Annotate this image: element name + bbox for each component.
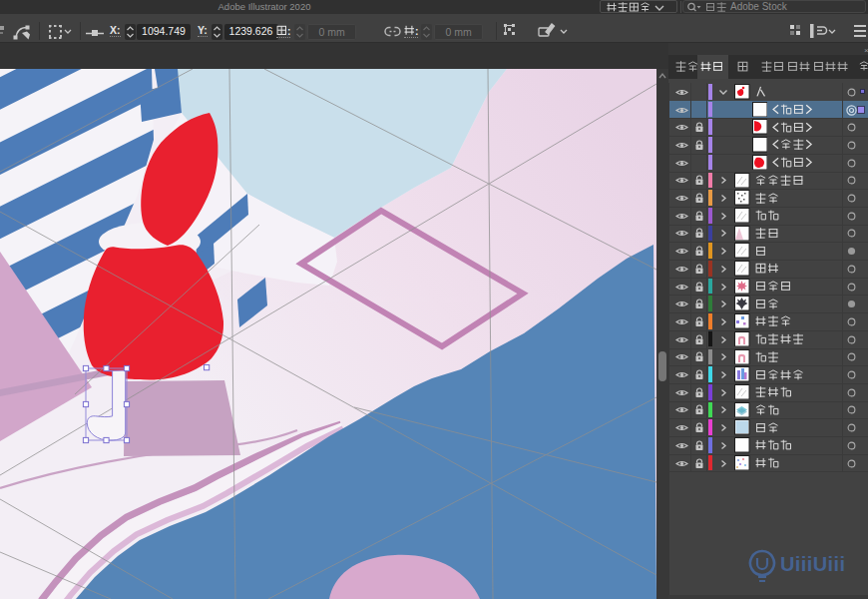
svg-text:UiiiUiii: UiiiUiii [780,553,845,575]
